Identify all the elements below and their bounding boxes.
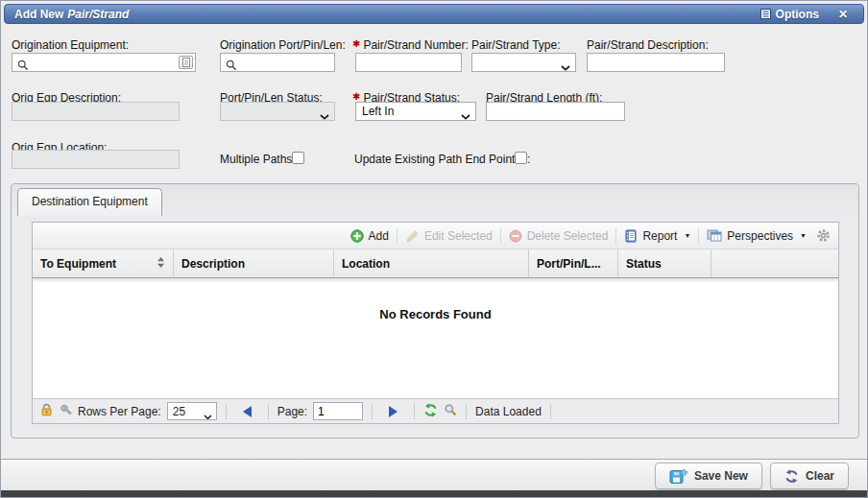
destination-equipment-grid: Add Edit Selected Delete Selected: [32, 222, 839, 424]
sort-icon[interactable]: [157, 256, 165, 272]
dialog-title: Add NewPair/Strand: [14, 8, 129, 21]
options-list-icon: [760, 9, 771, 19]
pair-strand-number-input[interactable]: [358, 55, 459, 70]
required-icon: ✱: [352, 91, 360, 102]
pair-strand-number-label: ✱Pair/Strand Number:: [352, 38, 469, 52]
close-icon[interactable]: ✕: [838, 8, 848, 21]
toolbar-separator: [615, 227, 616, 244]
footer-button-bar: Save New Clear: [1, 460, 867, 492]
chevron-down-icon: [204, 410, 212, 423]
equipment-lookup-button[interactable]: [179, 56, 193, 69]
chevron-down-icon: ▼: [684, 232, 690, 239]
grid-body: No Records Found: [33, 278, 838, 398]
delete-selected-button[interactable]: Delete Selected: [509, 229, 609, 243]
port-pin-len-status-select: [220, 102, 335, 121]
toolbar-separator: [397, 227, 398, 244]
rows-per-page-label: Rows Per Page:: [78, 405, 161, 418]
search-icon: [17, 58, 29, 75]
chevron-down-icon: ▼: [800, 232, 807, 239]
column-header-location[interactable]: Location: [334, 249, 529, 277]
pair-strand-description-label: Pair/Strand Description:: [587, 38, 709, 52]
column-header-port-pin-len[interactable]: Port/Pin/L...: [529, 249, 618, 277]
previous-page-icon[interactable]: [243, 406, 252, 417]
options-label: Options: [776, 8, 819, 21]
next-page-icon[interactable]: [389, 406, 398, 417]
add-pair-strand-dialog: Add NewPair/Strand Options ✕ Origination…: [0, 0, 868, 498]
origination-equipment-input[interactable]: [32, 55, 193, 70]
chevron-down-icon: [461, 109, 470, 123]
orig-eqp-description-field: [12, 102, 180, 121]
clear-button[interactable]: Clear: [770, 462, 849, 489]
pair-strand-length-field[interactable]: [486, 102, 625, 121]
edit-selected-button[interactable]: Edit Selected: [405, 229, 493, 243]
origination-equipment-label: Origination Equipment:: [12, 38, 129, 52]
lock-icon[interactable]: [40, 403, 53, 419]
title-emphasis: Pair/Strand: [67, 8, 129, 21]
add-button[interactable]: Add: [350, 229, 389, 243]
update-existing-label: Update Existing Path End Points?:: [354, 153, 530, 166]
pager-separator: [372, 404, 373, 419]
edit-pencil-icon: [405, 229, 420, 243]
origination-port-field[interactable]: [220, 53, 335, 72]
search-icon: [226, 58, 237, 75]
pager-separator: [414, 404, 415, 419]
dialog-titlebar: Add NewPair/Strand Options ✕: [4, 4, 864, 24]
title-prefix: Add New: [14, 8, 63, 21]
pair-strand-type-label: Pair/Strand Type:: [471, 38, 561, 52]
report-icon: [624, 229, 638, 243]
save-new-button[interactable]: Save New: [655, 462, 762, 489]
rows-per-page-select[interactable]: 25: [167, 402, 217, 420]
pager-status-text: Data Loaded: [475, 405, 542, 418]
origination-port-label: Origination Port/Pin/Len:: [220, 38, 346, 52]
toolbar-separator: [698, 227, 699, 244]
window-bottom-edge: [1, 490, 867, 497]
pager-separator: [268, 404, 269, 419]
column-header-status[interactable]: Status: [618, 249, 711, 277]
grid-pager: Rows Per Page: 25 Page:: [33, 398, 838, 423]
wrench-icon[interactable]: [59, 403, 72, 419]
update-existing-checkbox[interactable]: [515, 152, 527, 164]
column-header-description[interactable]: Description: [174, 249, 334, 277]
save-icon: [669, 468, 687, 485]
tab-destination-equipment[interactable]: Destination Equipment: [17, 188, 162, 216]
grid-toolbar: Add Edit Selected Delete Selected: [33, 223, 838, 249]
pager-separator: [550, 404, 551, 419]
delete-icon: [509, 229, 522, 243]
refresh-icon[interactable]: [423, 403, 438, 420]
no-records-message: No Records Found: [33, 307, 838, 321]
options-button[interactable]: Options: [760, 8, 819, 21]
perspectives-icon: [707, 229, 722, 242]
grid-settings-button[interactable]: [816, 228, 831, 243]
pair-strand-description-field[interactable]: [587, 53, 725, 72]
pair-strand-description-input[interactable]: [590, 55, 722, 70]
column-header-to-equipment[interactable]: To Equipment: [33, 249, 174, 277]
required-icon: ✱: [352, 38, 360, 49]
multiple-paths-checkbox[interactable]: [292, 152, 304, 164]
pager-separator: [226, 404, 227, 419]
rows-per-page-value: 25: [173, 405, 185, 418]
document-icon: [182, 58, 190, 67]
pair-strand-type-select[interactable]: [471, 53, 576, 72]
orig-eqp-location-field: [12, 150, 180, 169]
pair-strand-status-select[interactable]: Left In: [355, 102, 476, 121]
clear-refresh-icon: [784, 469, 799, 484]
report-button[interactable]: Report ▼: [624, 229, 690, 243]
toolbar-separator: [500, 227, 501, 244]
add-icon: [350, 229, 364, 243]
chevron-down-icon: [561, 60, 570, 74]
destination-equipment-panel: Destination Equipment Add E: [11, 183, 859, 439]
pair-strand-length-input[interactable]: [489, 104, 622, 119]
perspectives-button[interactable]: Perspectives ▼: [707, 229, 807, 243]
column-header-empty: [711, 249, 838, 277]
origination-port-input[interactable]: [240, 55, 332, 70]
page-number-input[interactable]: [313, 402, 363, 420]
pair-strand-status-value: Left In: [362, 105, 394, 118]
grid-header-row: To Equipment Description Location Port: [33, 249, 838, 278]
multiple-paths-label: Multiple Paths?:: [220, 153, 301, 166]
page-label: Page:: [277, 405, 307, 418]
gear-icon: [816, 228, 831, 243]
chevron-down-icon: [320, 109, 329, 123]
search-records-icon[interactable]: [444, 403, 457, 419]
origination-equipment-field[interactable]: [12, 53, 196, 72]
pair-strand-number-field[interactable]: [355, 53, 462, 72]
